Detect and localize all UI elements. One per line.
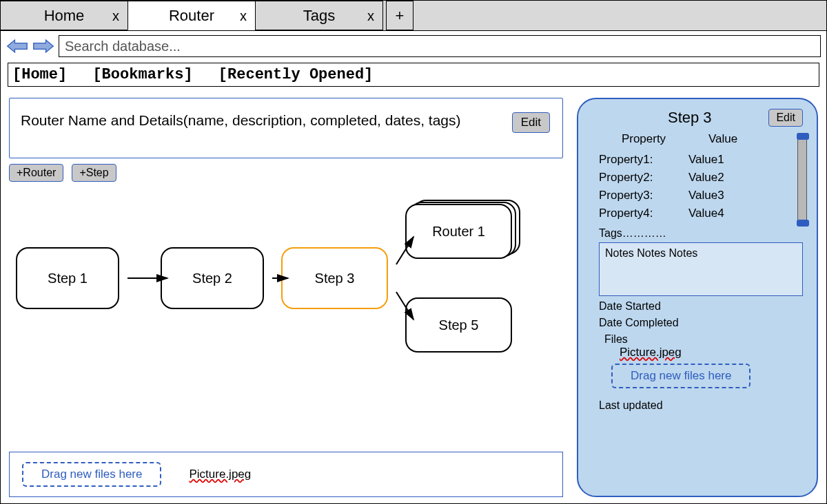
svg-marker-0 bbox=[8, 40, 27, 52]
property-value: Value1 bbox=[688, 153, 757, 167]
step-detail-panel: Step 3 Edit Property Value Property1: Va… bbox=[577, 98, 818, 497]
arrow-right-icon bbox=[32, 39, 54, 54]
add-step-button[interactable]: +Step bbox=[72, 164, 116, 182]
date-completed-label: Date Completed bbox=[599, 317, 803, 329]
property-row: Property4: Value4 bbox=[599, 207, 803, 220]
flow-node-step5[interactable]: Step 5 bbox=[405, 297, 512, 353]
flow-node-step1[interactable]: Step 1 bbox=[16, 247, 119, 309]
shortcut-bar: [Home] [Bookmarks] [Recently Opened] bbox=[8, 63, 819, 87]
close-icon[interactable]: x bbox=[112, 9, 119, 23]
tab-home-label: Home bbox=[1, 7, 127, 25]
date-started-label: Date Started bbox=[599, 300, 803, 313]
panel-title: Step 3 bbox=[668, 109, 712, 127]
file-dropzone[interactable]: Drag new files here bbox=[22, 462, 161, 487]
property-header-value: Value bbox=[688, 132, 757, 146]
navlink-home[interactable]: [Home] bbox=[12, 66, 67, 83]
property-header-key: Property bbox=[599, 132, 688, 146]
property-row: Property1: Value1 bbox=[599, 153, 803, 167]
tab-tags-label: Tags bbox=[256, 7, 382, 25]
property-row: Property2: Value2 bbox=[599, 171, 803, 185]
node-label: Step 5 bbox=[439, 317, 479, 333]
property-scrollbar[interactable] bbox=[797, 135, 807, 224]
tab-router[interactable]: Router x bbox=[127, 1, 256, 30]
close-icon[interactable]: x bbox=[367, 9, 374, 23]
node-label: Step 2 bbox=[192, 271, 232, 286]
file-strip: Drag new files here Picture.jpeg bbox=[9, 452, 563, 497]
notes-textarea[interactable]: Notes Notes Notes bbox=[599, 242, 803, 296]
flow-node-step3[interactable]: Step 3 bbox=[281, 247, 388, 309]
property-value: Value4 bbox=[688, 207, 757, 220]
close-icon[interactable]: x bbox=[240, 9, 247, 23]
property-row: Property3: Value3 bbox=[599, 189, 803, 202]
property-value: Value2 bbox=[688, 171, 757, 185]
property-value: Value3 bbox=[688, 189, 757, 202]
node-label: Router 1 bbox=[432, 224, 485, 240]
app-window: Home x Router x Tags x + Search database… bbox=[0, 0, 827, 504]
tab-router-label: Router bbox=[128, 7, 255, 25]
tab-tags[interactable]: Tags x bbox=[255, 1, 383, 30]
tags-label: Tags………… bbox=[599, 227, 803, 240]
svg-marker-1 bbox=[34, 40, 53, 52]
tab-bar: Home x Router x Tags x + bbox=[1, 1, 826, 31]
back-button[interactable] bbox=[6, 39, 28, 54]
navlink-bookmarks[interactable]: [Bookmarks] bbox=[92, 66, 192, 83]
property-grid: Property Value Property1: Value1 Propert… bbox=[599, 132, 803, 220]
navlink-recently-opened[interactable]: [Recently Opened] bbox=[218, 66, 373, 83]
property-key: Property4: bbox=[599, 207, 688, 220]
router-details-box: Router Name and Details(name, descriptio… bbox=[9, 98, 563, 158]
files-label: Files bbox=[604, 333, 803, 346]
add-button-row: +Router +Step bbox=[9, 164, 563, 182]
node-label: Step 1 bbox=[48, 271, 88, 286]
panel-file-dropzone[interactable]: Drag new files here bbox=[611, 364, 751, 388]
flow-diagram: Step 1 Step 2 Step 3 Router 1 Step 5 bbox=[9, 196, 563, 361]
arrow-left-icon bbox=[6, 39, 28, 54]
node-label: Step 3 bbox=[315, 271, 355, 286]
new-tab-button[interactable]: + bbox=[386, 1, 414, 30]
property-key: Property1: bbox=[599, 153, 688, 167]
main-area: Router Name and Details(name, descriptio… bbox=[1, 91, 826, 503]
search-placeholder: Search database... bbox=[65, 39, 181, 54]
edit-step-button[interactable]: Edit bbox=[768, 109, 803, 127]
property-key: Property2: bbox=[599, 171, 688, 185]
add-router-button[interactable]: +Router bbox=[9, 164, 63, 182]
property-key: Property3: bbox=[599, 189, 688, 202]
file-link[interactable]: Picture.jpeg bbox=[189, 468, 251, 481]
router-details-text: Router Name and Details(name, descriptio… bbox=[21, 112, 504, 129]
plus-icon: + bbox=[396, 7, 405, 25]
search-input[interactable]: Search database... bbox=[59, 35, 821, 57]
panel-file-link[interactable]: Picture.jpeg bbox=[620, 346, 682, 359]
left-column: Router Name and Details(name, descriptio… bbox=[9, 98, 563, 497]
nav-row: Search database... bbox=[1, 31, 826, 60]
edit-router-button[interactable]: Edit bbox=[512, 112, 550, 133]
forward-button[interactable] bbox=[32, 39, 54, 54]
tab-home[interactable]: Home x bbox=[0, 1, 128, 30]
flow-node-step2[interactable]: Step 2 bbox=[161, 247, 264, 309]
last-updated-label: Last updated bbox=[599, 399, 803, 412]
